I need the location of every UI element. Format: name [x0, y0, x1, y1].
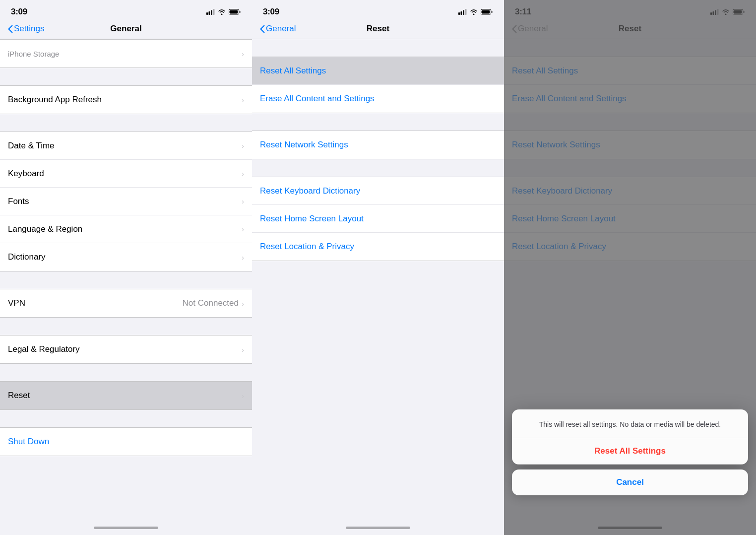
svg-rect-1 [209, 11, 210, 15]
label-home-screen-p2: Reset Home Screen Layout [260, 214, 364, 224]
chevron-iphone-storage: › [242, 50, 244, 58]
row-label-iphone-storage: iPhone Storage [8, 50, 59, 58]
row-home-screen-p2[interactable]: Reset Home Screen Layout [252, 205, 504, 233]
row-label-keyboard: Keyboard [8, 169, 44, 179]
spacer-5 [0, 364, 252, 381]
row-language[interactable]: Language & Region › [0, 215, 252, 243]
row-right-fonts: › [242, 197, 244, 205]
back-button-1[interactable]: Settings [8, 24, 44, 34]
dialog-overlay: This will reset all settings. No data or… [512, 409, 748, 495]
chevron-fonts: › [242, 197, 244, 205]
row-home-screen-p3: Reset Home Screen Layout [504, 205, 756, 233]
home-indicator-3 [504, 520, 756, 535]
row-right-background: › [242, 96, 244, 104]
row-network-p2[interactable]: Reset Network Settings [252, 131, 504, 159]
row-date-time[interactable]: Date & Time › [0, 132, 252, 160]
row-label-vpn: VPN [8, 298, 25, 308]
label-network-p3: Reset Network Settings [512, 140, 600, 150]
row-right-iphone-storage: › [242, 50, 244, 58]
row-fonts[interactable]: Fonts › [0, 188, 252, 215]
home-bar-2 [346, 527, 410, 529]
row-background-app-refresh[interactable]: Background App Refresh › [0, 86, 252, 114]
status-bar-1: 3:09 [0, 0, 252, 20]
chevron-reset: › [242, 392, 244, 400]
status-icons-1 [206, 9, 241, 15]
row-shutdown[interactable]: Shut Down [0, 428, 252, 456]
svg-rect-14 [710, 12, 712, 15]
nav-bar-2: General Reset [252, 20, 504, 39]
row-right-date-time: › [242, 141, 244, 150]
battery-icon [229, 9, 241, 15]
row-legal[interactable]: Legal & Regulatory › [0, 335, 252, 363]
reset-group-keyboard-p3: Reset Keyboard Dictionary Reset Home Scr… [504, 177, 756, 261]
spacer-6 [0, 410, 252, 427]
status-time-1: 3:09 [11, 7, 27, 17]
label-location-p3: Reset Location & Privacy [512, 242, 606, 252]
dialog-cancel-button[interactable]: Cancel [512, 469, 748, 495]
row-right-reset: › [242, 392, 244, 400]
row-reset-all-p2[interactable]: Reset All Settings [252, 57, 504, 85]
reset-list-2: Reset All Settings Erase All Content and… [252, 57, 504, 520]
back-label-3: General [518, 24, 548, 34]
label-keyboard-dict-p3: Reset Keyboard Dictionary [512, 186, 612, 196]
section-group-2: Background App Refresh › [0, 85, 252, 114]
label-network-p2: Reset Network Settings [260, 140, 348, 150]
section-group-main: iPhone Storage › [0, 39, 252, 68]
spacer-1 [0, 68, 252, 85]
status-icons-3 [710, 9, 745, 15]
row-reset[interactable]: Reset › [0, 382, 252, 409]
home-bar-3 [598, 527, 662, 529]
spacer-p2-2 [252, 159, 504, 177]
svg-rect-15 [713, 11, 714, 15]
back-chevron-icon-2 [260, 25, 265, 33]
row-right-vpn: Not Connected › [183, 298, 244, 308]
back-chevron-icon-3 [512, 25, 517, 33]
row-network-p3: Reset Network Settings [504, 131, 756, 159]
settings-list-1: iPhone Storage › Background App Refresh … [0, 39, 252, 520]
row-keyboard-dict-p2[interactable]: Reset Keyboard Dictionary [252, 177, 504, 205]
nav-title-3: Reset [619, 24, 641, 34]
row-label-date-time: Date & Time [8, 141, 55, 151]
signal-icon-2 [458, 9, 467, 15]
panel-1-general: 3:09 [0, 0, 252, 535]
spacer-p3-top [504, 39, 756, 57]
chevron-legal: › [242, 345, 244, 354]
spacer-p3-1 [504, 113, 756, 131]
row-reset-all-p3: Reset All Settings [504, 57, 756, 85]
panel-3-dialog: 3:11 [504, 0, 756, 535]
nav-title-2: Reset [367, 24, 389, 34]
nav-bar-1: Settings General [0, 20, 252, 39]
label-erase-p2: Erase All Content and Settings [260, 94, 375, 104]
status-bar-3: 3:11 [504, 0, 756, 20]
chevron-background: › [242, 96, 244, 104]
row-iphone-storage[interactable]: iPhone Storage › [0, 40, 252, 67]
spacer-p2-1 [252, 113, 504, 131]
svg-rect-17 [717, 9, 719, 15]
svg-rect-5 [230, 10, 238, 14]
row-label-background: Background App Refresh [8, 95, 102, 105]
reset-group-2: Reset All Settings Erase All Content and… [252, 57, 504, 113]
signal-icon-3 [710, 9, 719, 15]
battery-icon-2 [481, 9, 493, 15]
section-group-vpn: VPN Not Connected › [0, 289, 252, 318]
dialog-action-button[interactable]: Reset All Settings [512, 438, 748, 465]
row-erase-p3: Erase All Content and Settings [504, 85, 756, 113]
back-chevron-icon-1 [8, 25, 13, 33]
section-group-reset: Reset › [0, 381, 252, 410]
home-indicator-2 [252, 520, 504, 535]
svg-rect-12 [482, 10, 490, 14]
back-button-2[interactable]: General [260, 24, 296, 34]
dialog-message: This will reset all settings. No data or… [512, 409, 748, 438]
row-right-language: › [242, 225, 244, 233]
row-vpn[interactable]: VPN Not Connected › [0, 289, 252, 317]
row-label-language: Language & Region [8, 224, 82, 234]
spacer-3 [0, 271, 252, 289]
row-keyboard[interactable]: Keyboard › [0, 160, 252, 188]
row-location-p2[interactable]: Reset Location & Privacy [252, 233, 504, 261]
row-erase-p2[interactable]: Erase All Content and Settings [252, 85, 504, 113]
spacer-p3-2 [504, 159, 756, 177]
chevron-date-time: › [242, 141, 244, 150]
row-dictionary[interactable]: Dictionary › [0, 243, 252, 271]
reset-group-3: Reset All Settings Erase All Content and… [504, 57, 756, 113]
chevron-dictionary: › [242, 253, 244, 262]
